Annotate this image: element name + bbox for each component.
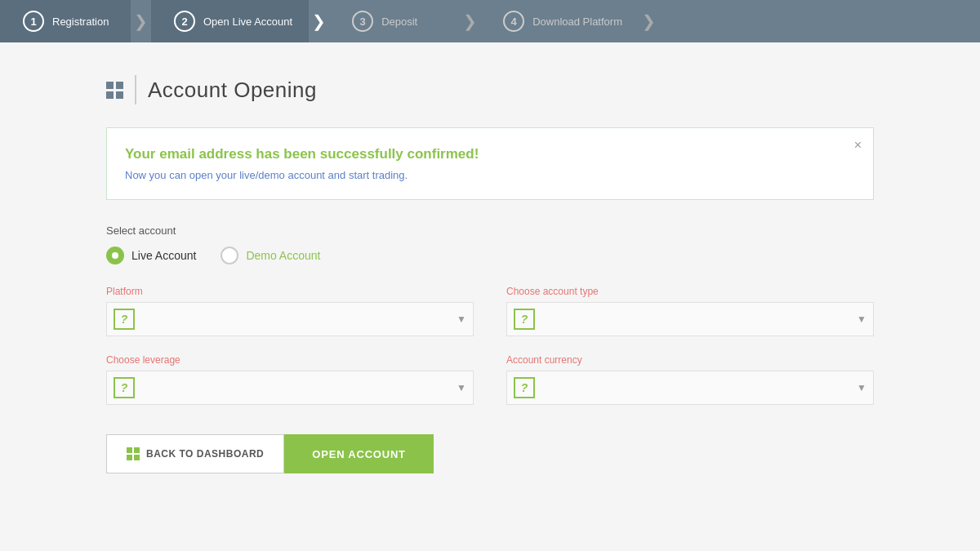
step-4-number: 4: [503, 11, 524, 32]
currency-icon: ?: [514, 377, 535, 398]
step-1-label: Registration: [52, 16, 109, 28]
account-type-select[interactable]: ? ▼: [506, 302, 874, 336]
title-divider: [135, 75, 136, 104]
step-1-number: 1: [23, 11, 44, 32]
step-open-live[interactable]: 2 Open Live Account: [151, 0, 309, 42]
demo-account-option[interactable]: Demo Account: [220, 247, 320, 264]
leverage-chevron-icon: ▼: [457, 382, 466, 393]
demo-account-label: Demo Account: [246, 249, 320, 262]
platform-icon: ?: [114, 309, 135, 330]
form-grid: Platform ? ▼ Choose account type ? ▼ Cho…: [106, 286, 874, 405]
arrow-1: ❯: [131, 0, 151, 42]
platform-group: Platform ? ▼: [106, 286, 474, 336]
platform-label: Platform: [106, 286, 474, 297]
back-to-dashboard-button[interactable]: BACK TO DASHBOARD: [106, 434, 284, 473]
currency-label: Account currency: [506, 354, 874, 366]
main-content: Account Opening Your email address has b…: [90, 42, 890, 506]
arrow-2: ❯: [309, 0, 329, 42]
leverage-group: Choose leverage ? ▼: [106, 354, 474, 405]
account-type-group: Choose account type ? ▼: [506, 286, 874, 336]
dashboard-grid-icon: [127, 447, 140, 460]
stepper-nav: 1 Registration ❯ 2 Open Live Account ❯ 3…: [0, 0, 980, 42]
account-type-icon: ?: [514, 309, 535, 330]
step-2-label: Open Live Account: [203, 16, 292, 28]
platform-select[interactable]: ? ▼: [106, 302, 474, 336]
title-grid-icon: [106, 82, 123, 99]
leverage-icon: ?: [114, 377, 135, 398]
account-type-chevron-icon: ▼: [857, 313, 866, 325]
alert-title: Your email address has been successfully…: [125, 146, 840, 162]
alert-close-button[interactable]: ×: [854, 138, 862, 153]
currency-group: Account currency ? ▼: [506, 354, 874, 405]
alert-body: Now you can open your live/demo account …: [125, 169, 840, 181]
platform-chevron-icon: ▼: [457, 313, 466, 325]
step-3-number: 3: [352, 11, 373, 32]
live-account-label: Live Account: [131, 249, 196, 262]
step-2-number: 2: [174, 11, 195, 32]
button-row: BACK TO DASHBOARD OPEN ACCOUNT: [106, 434, 874, 473]
page-title: Account Opening: [148, 78, 317, 103]
alert-box: Your email address has been successfully…: [106, 127, 874, 200]
leverage-select[interactable]: ? ▼: [106, 371, 474, 405]
dashboard-button-label: BACK TO DASHBOARD: [146, 448, 264, 460]
step-deposit[interactable]: 3 Deposit: [329, 0, 460, 42]
step-registration[interactable]: 1 Registration: [0, 0, 131, 42]
arrow-3: ❯: [460, 0, 480, 42]
step-4-label: Download Platform: [532, 16, 622, 28]
step-download[interactable]: 4 Download Platform: [480, 0, 639, 42]
arrow-4: ❯: [639, 0, 659, 42]
live-account-radio[interactable]: [106, 247, 124, 264]
select-account-label: Select account: [106, 224, 874, 237]
step-3-label: Deposit: [381, 16, 417, 28]
open-account-button[interactable]: OPEN ACCOUNT: [284, 434, 434, 473]
demo-account-radio[interactable]: [220, 247, 238, 264]
currency-select[interactable]: ? ▼: [506, 371, 874, 405]
leverage-label: Choose leverage: [106, 354, 474, 366]
account-type-label: Choose account type: [506, 286, 874, 297]
account-type-radio-group: Live Account Demo Account: [106, 247, 874, 264]
page-title-row: Account Opening: [106, 75, 874, 104]
currency-chevron-icon: ▼: [857, 382, 866, 393]
live-account-option[interactable]: Live Account: [106, 247, 196, 264]
